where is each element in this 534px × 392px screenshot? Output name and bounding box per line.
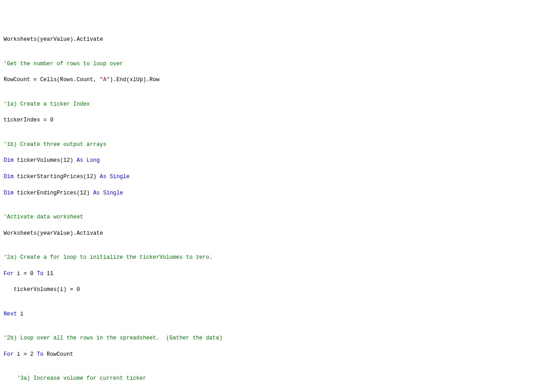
code-line: RowCount = Cells(Rows.Count, "A").End(xl… (4, 76, 530, 84)
code-text: ).End(xlUp).Row (110, 77, 160, 83)
code-line: Next i (4, 310, 530, 319)
code-line: Dim tickerStartingPrices(12) As Single (4, 173, 530, 181)
code-line: 'Get the number of rows to loop over (4, 60, 530, 68)
code-text: tickerIndex = 0 (4, 117, 53, 123)
code-line: '2a) Create a for loop to initialize the… (4, 254, 530, 262)
comment: '2b) Loop over all the rows in the sprea… (4, 335, 223, 341)
code-text: tickerEndingPrices(12) (14, 190, 93, 196)
code-line: '1b) Create three output arrays (4, 141, 530, 149)
code-text: i = 2 (14, 351, 37, 358)
keyword: For (4, 271, 14, 277)
string-literal: "A" (100, 77, 110, 83)
code-text: tickerStartingPrices(12) (14, 174, 100, 180)
code-line: '1a) Create a ticker Index (4, 101, 530, 109)
keyword: Dim (4, 174, 14, 180)
keyword: As Single (100, 174, 130, 180)
comment: 'Activate data worksheet (4, 214, 83, 220)
code-editor: Worksheets(yearValue).Activate 'Get the … (4, 36, 530, 392)
code-text: 11 (44, 271, 53, 277)
keyword: For (4, 351, 14, 358)
code-line: For i = 0 To 11 (4, 270, 530, 278)
keyword: To (37, 351, 44, 358)
code-line: tickerVolumes(i) = 0 (4, 286, 530, 294)
code-line: Worksheets(yearValue).Activate (4, 36, 530, 44)
code-line: 'Activate data worksheet (4, 213, 530, 222)
code-text: tickerVolumes(12) (14, 157, 77, 164)
keyword: Next (4, 311, 17, 317)
code-text: RowCount (44, 351, 73, 358)
code-text: Worksheets(yearValue).Activate (4, 230, 103, 237)
code-line: Dim tickerEndingPrices(12) As Single (4, 189, 530, 198)
code-line: '2b) Loop over all the rows in the sprea… (4, 334, 530, 343)
code-line: Dim tickerVolumes(12) As Long (4, 157, 530, 165)
keyword: As Long (77, 157, 100, 164)
keyword: As Single (93, 190, 123, 196)
keyword: Dim (4, 157, 14, 164)
code-text: i = 0 (14, 271, 37, 277)
comment: '1b) Create three output arrays (4, 141, 107, 148)
comment: '1a) Create a ticker Index (4, 101, 90, 107)
comment: 'Get the number of rows to loop over (4, 61, 123, 67)
code-line: For i = 2 To RowCount (4, 351, 530, 359)
code-line: Worksheets(yearValue).Activate (4, 230, 530, 238)
keyword: To (37, 271, 44, 277)
code-line: tickerIndex = 0 (4, 116, 530, 125)
code-text: RowCount = Cells(Rows.Count, (4, 77, 100, 83)
code-text: i (17, 311, 24, 317)
code-text: Worksheets(yearValue).Activate (4, 36, 103, 43)
comment: '3a) Increase volume for current ticker (4, 375, 146, 382)
code-text: tickerVolumes(i) = 0 (4, 286, 80, 293)
comment: '2a) Create a for loop to initialize the… (4, 254, 213, 261)
code-line: '3a) Increase volume for current ticker (4, 375, 530, 383)
keyword: Dim (4, 190, 14, 196)
